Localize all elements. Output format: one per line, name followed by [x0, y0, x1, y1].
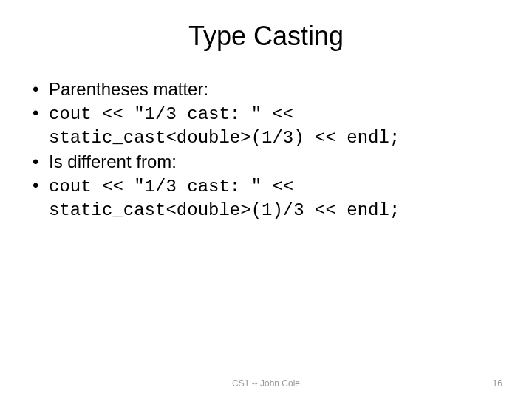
code-line: static_cast<double>(1/3) << endl;	[49, 128, 400, 148]
bullet-text: Parentheses matter:	[49, 79, 208, 99]
slide: Type Casting Parentheses matter: cout <<…	[0, 0, 532, 399]
code-line: cout << "1/3 cast: " <<	[49, 104, 293, 124]
footer-center: CS1 -- John Cole	[232, 378, 300, 389]
bullet-code-sample-1: cout << "1/3 cast: " << static_cast<doub…	[33, 102, 502, 149]
bullet-code-sample-2: cout << "1/3 cast: " << static_cast<doub…	[33, 174, 502, 222]
footer-page-number: 16	[493, 378, 502, 389]
code-line: cout << "1/3 cast: " <<	[49, 177, 293, 197]
slide-title: Type Casting	[30, 21, 502, 52]
bullet-text: Is different from:	[49, 151, 177, 171]
code-line: static_cast<double>(1)/3 << endl;	[49, 200, 400, 220]
bullet-parentheses-matter: Parentheses matter:	[33, 78, 502, 100]
bullet-is-different-from: Is different from:	[33, 151, 502, 173]
bullet-list: Parentheses matter: cout << "1/3 cast: "…	[30, 78, 502, 222]
slide-footer: CS1 -- John Cole 16	[0, 378, 532, 389]
